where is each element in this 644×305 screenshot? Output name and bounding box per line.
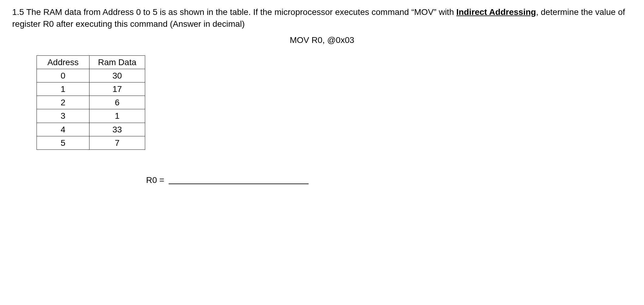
table-header-row: Address Ram Data [37, 55, 145, 69]
answer-label: R0 = [146, 175, 164, 185]
cell-address: 0 [37, 69, 89, 82]
cell-address: 2 [37, 96, 89, 109]
ram-table-wrapper: Address Ram Data 0 30 1 17 2 6 3 1 4 [37, 55, 632, 150]
cell-address: 4 [37, 123, 89, 136]
table-row: 1 17 [37, 82, 145, 96]
cell-data: 6 [89, 96, 145, 109]
table-row: 4 33 [37, 123, 145, 136]
answer-line: R0 = [146, 174, 632, 186]
table-row: 2 6 [37, 96, 145, 109]
cell-data: 7 [89, 136, 145, 149]
cell-data: 33 [89, 123, 145, 136]
header-address: Address [37, 55, 89, 69]
cell-address: 1 [37, 82, 89, 96]
instruction-line: MOV R0, @0x03 [12, 34, 632, 46]
answer-blank[interactable] [169, 184, 309, 184]
ram-table: Address Ram Data 0 30 1 17 2 6 3 1 4 [37, 55, 145, 150]
question-text: 1.5 The RAM data from Address 0 to 5 is … [12, 6, 632, 30]
cell-address: 5 [37, 136, 89, 149]
assembly-instruction: MOV R0, @0x03 [290, 35, 354, 45]
question-underlined: Indirect Addressing [456, 7, 536, 17]
cell-address: 3 [37, 109, 89, 123]
cell-data: 17 [89, 82, 145, 96]
cell-data: 30 [89, 69, 145, 82]
table-row: 5 7 [37, 136, 145, 149]
table-row: 3 1 [37, 109, 145, 123]
question-part1: 1.5 The RAM data from Address 0 to 5 is … [12, 7, 456, 17]
table-row: 0 30 [37, 69, 145, 82]
header-data: Ram Data [89, 55, 145, 69]
cell-data: 1 [89, 109, 145, 123]
